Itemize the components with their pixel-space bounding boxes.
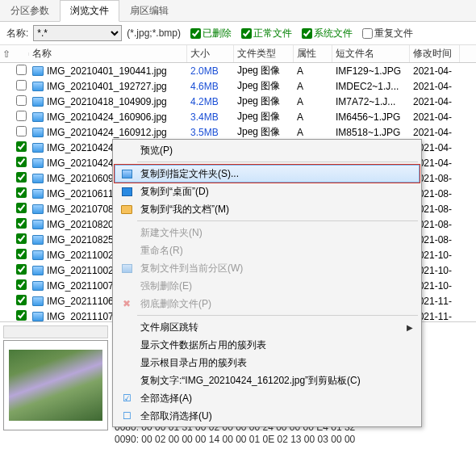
file-icon: [32, 112, 44, 122]
thumbnail-image: [9, 350, 102, 421]
row-checkbox[interactable]: [16, 111, 27, 121]
partition-icon: [122, 264, 132, 273]
file-short: IMDEC2~1.J...: [332, 81, 410, 92]
col-name[interactable]: 名称: [29, 45, 187, 62]
file-name: IMG_20211007_: [47, 280, 119, 292]
file-icon: [32, 281, 44, 291]
file-mtime: 2021-04-: [410, 111, 460, 123]
file-attr: A: [294, 65, 332, 77]
row-checkbox[interactable]: [16, 249, 27, 259]
chk-dup-label: 重复文件: [374, 27, 413, 40]
row-checkbox[interactable]: [16, 65, 27, 75]
file-name: IMG_20210418_104909.jpg: [47, 96, 167, 107]
row-checkbox[interactable]: [16, 157, 27, 167]
file-mtime: 2021-04-: [410, 127, 460, 138]
col-short[interactable]: 短文件名: [332, 45, 410, 62]
menu-copy-text[interactable]: 复制文字:“IMG_20210424_161202.jpg”到剪贴板(C): [115, 372, 420, 389]
name-label: 名称:: [6, 27, 28, 40]
menu-separator: [137, 220, 418, 221]
scrollbar-h[interactable]: [3, 325, 108, 338]
chk-dup[interactable]: [362, 28, 373, 39]
menu-sector-jump[interactable]: 文件扇区跳转▶: [115, 318, 420, 336]
file-short: IM6456~1.JPG: [332, 111, 410, 123]
file-name: IMG_20210401_190441.jpg: [47, 65, 167, 77]
table-row[interactable]: IMG_20210401_190441.jpg2.0MBJpeg 图像AIMF1…: [0, 63, 476, 78]
menu-copy-mydocs[interactable]: 复制到“我的文档”(M): [115, 200, 420, 218]
file-attr: A: [294, 81, 332, 92]
row-checkbox[interactable]: [16, 95, 27, 106]
table-row[interactable]: IMG_20210424_160912.jpg3.5MBJpeg 图像AIM85…: [0, 124, 476, 140]
tab-partition[interactable]: 分区参数: [0, 0, 60, 21]
file-mtime: 2021-04-: [410, 96, 460, 107]
row-checkbox[interactable]: [16, 172, 27, 183]
file-icon: [32, 128, 44, 137]
row-checkbox[interactable]: [16, 233, 27, 244]
file-icon: [32, 250, 44, 260]
file-icon: [32, 189, 44, 199]
chk-normal-label: 正常文件: [253, 27, 292, 40]
table-header: ⇧ 名称 大小 文件类型 属性 短文件名 修改时间: [0, 45, 476, 63]
folder-copy-icon: [122, 170, 132, 178]
table-row[interactable]: IMG_20210418_104909.jpg4.2MBJpeg 图像AIM7A…: [0, 94, 476, 109]
menu-preview[interactable]: 预览(P): [115, 141, 420, 159]
delete-icon: ✖: [123, 298, 131, 309]
chk-deleted[interactable]: [190, 28, 201, 39]
menu-rename[interactable]: 重命名(R): [115, 241, 420, 259]
menu-copy-to-folder[interactable]: 复制到指定文件夹(S)...: [115, 165, 420, 183]
file-name: IMG_20210424_160906.jpg: [47, 111, 167, 123]
file-type: Jpeg 图像: [234, 125, 294, 139]
tab-sector-edit[interactable]: 扇区编辑: [119, 0, 179, 21]
table-row[interactable]: IMG_20210401_192727.jpg4.6MBJpeg 图像AIMDE…: [0, 78, 476, 94]
file-type: Jpeg 图像: [234, 94, 294, 108]
menu-show-root-clusters[interactable]: 显示根目录占用的簇列表: [115, 354, 420, 372]
row-checkbox[interactable]: [16, 141, 27, 152]
row-checkbox[interactable]: [16, 264, 27, 275]
file-icon: [32, 235, 44, 245]
file-attr: A: [294, 127, 332, 138]
menu-show-clusters[interactable]: 显示文件数据所占用的簇列表: [115, 336, 420, 354]
file-name: IMG_20210825_: [47, 234, 119, 246]
file-name: IMG_20210424_: [47, 157, 119, 169]
row-checkbox[interactable]: [16, 80, 27, 90]
menu-copy-to-partition[interactable]: 复制文件到当前分区(W): [115, 259, 420, 277]
col-type[interactable]: 文件类型: [234, 45, 294, 62]
menu-force-delete[interactable]: 强制删除(E): [115, 277, 420, 295]
menu-deselect-all[interactable]: ☐全部取消选择(U): [115, 407, 420, 425]
chk-system[interactable]: [302, 28, 312, 39]
file-icon: [32, 296, 44, 306]
uncheck-icon: ☐: [123, 410, 132, 422]
row-checkbox[interactable]: [16, 218, 27, 229]
menu-permanent-delete[interactable]: ✖彻底删除文件(P): [115, 295, 420, 313]
menu-copy-desktop[interactable]: 复制到“桌面”(D): [115, 183, 420, 200]
file-type: Jpeg 图像: [234, 64, 294, 78]
row-checkbox[interactable]: [16, 310, 27, 321]
row-checkbox[interactable]: [16, 203, 27, 213]
table-row[interactable]: IMG_20210424_160906.jpg3.4MBJpeg 图像AIM64…: [0, 109, 476, 124]
file-type: Jpeg 图像: [234, 79, 294, 93]
menu-select-all[interactable]: ☑全部选择(A): [115, 389, 420, 407]
menu-separator: [137, 162, 418, 162]
row-checkbox[interactable]: [16, 295, 27, 305]
chevron-right-icon: ▶: [407, 323, 413, 332]
row-checkbox[interactable]: [16, 187, 27, 198]
nav-up-icon[interactable]: ⇧: [0, 48, 13, 60]
file-icon: [32, 66, 44, 76]
menu-separator: [137, 315, 418, 316]
row-checkbox[interactable]: [16, 126, 27, 136]
file-name: IMG_20210611_: [47, 188, 119, 199]
file-icon: [32, 158, 44, 168]
tabs-bar: 分区参数 浏览文件 扇区编辑: [0, 0, 476, 22]
col-mtime[interactable]: 修改时间: [410, 45, 460, 62]
file-short: IMF129~1.JPG: [332, 65, 410, 77]
col-size[interactable]: 大小: [187, 45, 234, 62]
file-name: IMG_20210609_: [47, 173, 119, 184]
file-name: IMG_20210820_: [47, 219, 119, 230]
menu-new-folder[interactable]: 新建文件夹(N): [115, 224, 420, 241]
row-checkbox[interactable]: [16, 279, 27, 290]
ext-hint: (*.jpg;*.bmp): [127, 27, 181, 39]
name-pattern-select[interactable]: *.*: [33, 25, 122, 41]
col-attr[interactable]: 属性: [294, 45, 332, 62]
chk-normal[interactable]: [241, 28, 252, 39]
tab-browse[interactable]: 浏览文件: [60, 0, 119, 22]
check-icon: ☑: [123, 393, 132, 404]
